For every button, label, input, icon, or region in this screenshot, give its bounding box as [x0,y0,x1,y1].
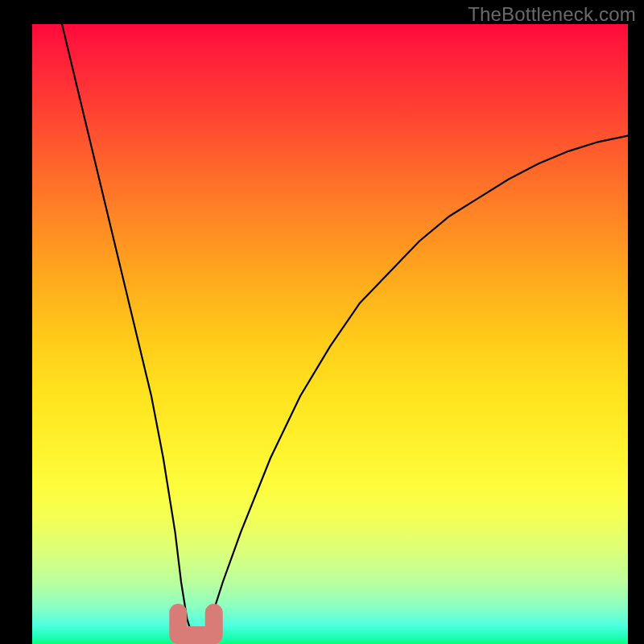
minimum-marker [178,613,213,635]
curve-layer [32,24,628,644]
plot-area [32,24,628,644]
bottleneck-curve [62,24,628,644]
chart-frame: TheBottleneck.com [0,0,644,644]
watermark-text: TheBottleneck.com [468,3,636,26]
